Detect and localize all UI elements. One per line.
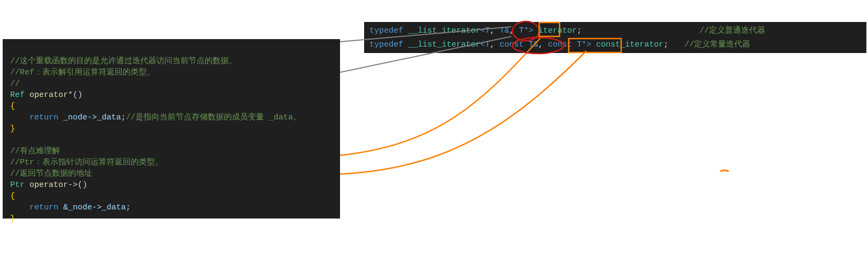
comment: //Ref：表示解引用运算符返回的类型。 [10,68,155,77]
kw-typedef: typedef [369,40,403,49]
tparam-const-ptr: const T* [548,40,586,49]
semi: ; [126,203,131,212]
comment: //是指向当前节点存储数据的成员变量 _data。 [126,113,301,122]
tparam: T [485,26,490,35]
code-block-left: //这个重载函数的目的是允许通过迭代器访问当前节点的数据。 //Ref：表示解引… [3,39,340,219]
comment: //定义常量迭代器 [684,40,750,49]
typedef-line-iterator: typedef __list_iterator<T, T&, T*> itera… [369,24,861,38]
typedef-line-const-iterator: typedef __list_iterator<T, const T&, con… [369,38,861,52]
expr: _node->_data [63,113,121,122]
comment: // [10,79,20,88]
comment: //定义普通迭代器 [699,26,765,35]
func-operator: operator [29,91,68,100]
func-operator: operator [29,180,68,190]
brace: { [10,192,15,201]
op: *() [68,91,82,100]
kw-typedef: typedef [369,26,403,35]
brace: { [10,102,15,111]
type-list-iterator: __list_iterator [408,40,480,49]
kw-return: return [29,203,58,212]
brace: } [10,124,15,133]
type-const-iterator: const_iterator [596,40,663,49]
brace: } [10,214,15,223]
comment: //这个重载函数的目的是允许通过迭代器访问当前节点的数据。 [10,57,237,66]
op: ->() [68,180,87,190]
kw-return: return [29,113,58,122]
tparam: T [485,40,490,49]
comment: //Ptr：表示指针访问运算符返回的类型。 [10,158,163,167]
comment: //返回节点数据的地址 [10,169,92,178]
semi: ; [121,113,126,122]
tparam-ptr: T* [519,26,529,35]
tparam-ref: T& [500,26,509,35]
type-ptr: Ptr [10,180,25,190]
type-list-iterator: __list_iterator [408,26,480,35]
code-block-right: typedef __list_iterator<T, T&, T*> itera… [364,22,866,53]
type-ref: Ref [10,91,25,100]
tparam-const-ref: const T& [500,40,538,49]
type-iterator: iterator [538,26,577,35]
expr: &_node->_data [63,203,126,212]
comment: //有点难理解 [10,147,60,156]
